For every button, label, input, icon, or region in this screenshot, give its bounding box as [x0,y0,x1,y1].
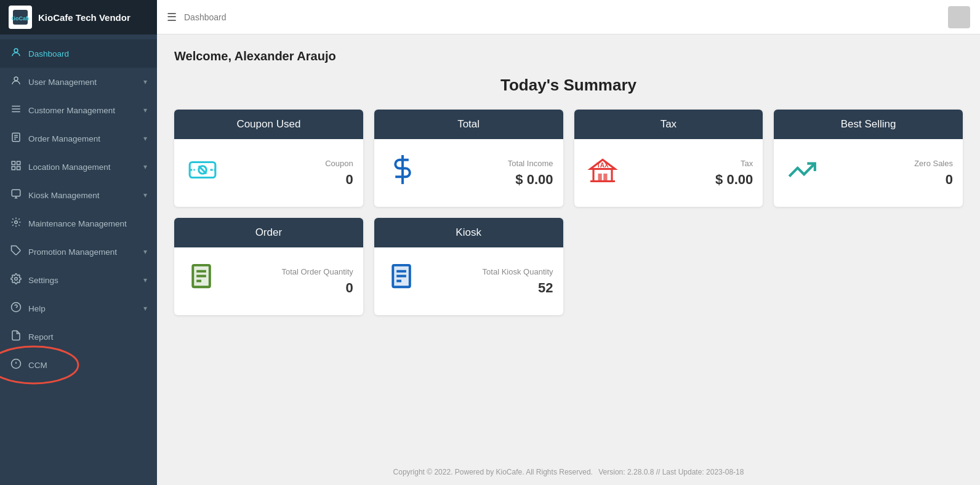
spacer2 [774,218,963,315]
chevron-down-icon: ▾ [143,247,147,256]
svg-rect-13 [12,167,15,170]
promotion-icon [10,245,22,259]
sidebar-item-report[interactable]: Report [0,323,157,351]
sidebar-item-help[interactable]: Help ▾ [0,294,157,323]
card-data-order: Total Order Quantity 0 [231,267,353,296]
card-best-selling: Best Selling Zero Sales 0 [774,110,963,207]
card-kiosk: Kiosk Total Kiosk Quantity 52 [374,218,563,315]
order-card-icon [184,262,221,302]
report-icon [10,330,22,343]
trending-icon [784,154,821,191]
brand-name: KioCafe Tech Vendor [38,12,131,23]
sidebar-item-label: Customer Management [28,106,115,115]
sidebar-item-user-management[interactable]: User Management ▾ [0,68,157,96]
card-body-tax: TAX Tax $ 0.00 [574,139,763,207]
topbar-right [948,6,970,28]
kiosk-card-icon [384,262,421,302]
brand-logo: KioCafe [9,6,32,29]
sidebar-item-order-management[interactable]: Order Management ▾ [0,124,157,153]
sidebar-item-promotion-management[interactable]: Promotion Management ▾ [0,238,157,266]
chevron-down-icon: ▾ [143,106,147,114]
dashboard-icon [10,47,22,60]
content-area: Welcome, Alexander Araujo Today's Summar… [157,34,980,459]
footer-text: Copyright © 2022. Powered by KioCafe. Al… [393,468,593,476]
svg-point-20 [15,278,18,281]
sidebar-item-kiosk-management[interactable]: Kiosk Management ▾ [0,181,157,209]
welcome-message: Welcome, Alexander Araujo [174,49,963,63]
card-value-coupon: 0 [231,172,353,188]
chevron-down-icon: ▾ [143,134,147,143]
card-body-total: Total Income $ 0.00 [374,139,563,207]
chevron-down-icon: ▾ [143,304,147,313]
sidebar-item-maintenance-management[interactable]: Maintenance Management [0,209,157,238]
card-value-best-selling: 0 [830,172,953,188]
card-header-best-selling: Best Selling [774,110,963,139]
sidebar-item-settings[interactable]: Settings ▾ [0,266,157,294]
card-tax: Tax TAX Tax [574,110,763,207]
sidebar-item-location-management[interactable]: Location Management ▾ [0,153,157,181]
customer-icon [10,103,22,117]
card-label-best-selling: Zero Sales [830,159,953,168]
coupon-icon [184,154,221,191]
sidebar: KioCafe KioCafe Tech Vendor Dashboard [0,0,157,485]
sidebar-item-label: Kiosk Management [28,191,100,200]
avatar[interactable] [948,6,970,28]
card-total: Total Total Income $ 0.00 [374,110,563,207]
svg-rect-11 [12,161,15,164]
summary-title: Today's Summary [174,76,963,95]
card-body-coupon-used: Coupon 0 [174,139,363,207]
card-header-order: Order [174,218,363,247]
sidebar-item-label: User Management [28,78,97,87]
card-label-total: Total Income [431,159,553,168]
svg-rect-14 [17,167,20,170]
card-data-total: Total Income $ 0.00 [431,159,553,188]
svg-rect-33 [593,169,612,181]
kiosk-icon [10,188,22,202]
svg-rect-15 [12,190,20,196]
tax-icon: TAX [584,155,621,191]
card-value-total: $ 0.00 [431,172,553,188]
spacer1 [574,218,763,315]
summary-cards-row1: Coupon Used Coupon 0 [174,110,963,207]
summary-cards-row2: Order Total Order Quantity 0 [174,218,963,315]
maintenance-icon [10,217,22,230]
chevron-down-icon: ▾ [143,78,147,86]
card-data-coupon: Coupon 0 [231,159,353,188]
help-icon [10,302,22,315]
card-body-kiosk: Total Kiosk Quantity 52 [374,247,563,315]
svg-text:TAX: TAX [596,162,609,169]
sidebar-item-ccm[interactable]: CCM [0,351,157,379]
card-header-kiosk: Kiosk [374,218,563,247]
chevron-down-icon: ▾ [143,162,147,171]
card-header-coupon-used: Coupon Used [174,110,363,139]
svg-rect-35 [598,174,601,182]
card-label-coupon: Coupon [231,159,353,168]
sidebar-item-label: Maintenance Management [28,219,127,228]
sidebar-item-label: CCM [28,361,47,370]
card-value-tax: $ 0.00 [631,172,753,188]
dollar-icon [384,153,421,193]
card-value-order: 0 [231,280,353,296]
card-body-best-selling: Zero Sales 0 [774,139,963,207]
card-header-total: Total [374,110,563,139]
sidebar-header: KioCafe KioCafe Tech Vendor [0,0,157,34]
menu-icon[interactable]: ☰ [167,10,177,24]
sidebar-item-dashboard[interactable]: Dashboard [0,39,157,68]
sidebar-item-label: Promotion Management [28,247,117,257]
sidebar-item-label: Report [28,332,54,342]
card-label-order: Total Order Quantity [231,267,353,276]
card-order: Order Total Order Quantity 0 [174,218,363,315]
svg-point-3 [14,77,18,81]
card-data-kiosk: Total Kiosk Quantity 52 [431,267,553,296]
sidebar-item-label: Order Management [28,134,100,143]
order-icon [10,132,22,145]
user-icon [10,75,22,89]
sidebar-item-customer-management[interactable]: Customer Management ▾ [0,96,157,124]
card-coupon-used: Coupon Used Coupon 0 [174,110,363,207]
card-data-best-selling: Zero Sales 0 [830,159,953,188]
chevron-down-icon: ▾ [143,191,147,199]
topbar-title: Dashboard [184,12,227,22]
sidebar-item-label: Dashboard [28,49,69,58]
sidebar-item-label: Help [28,304,46,313]
main-area: ☰ Dashboard Welcome, Alexander Araujo To… [157,0,980,485]
